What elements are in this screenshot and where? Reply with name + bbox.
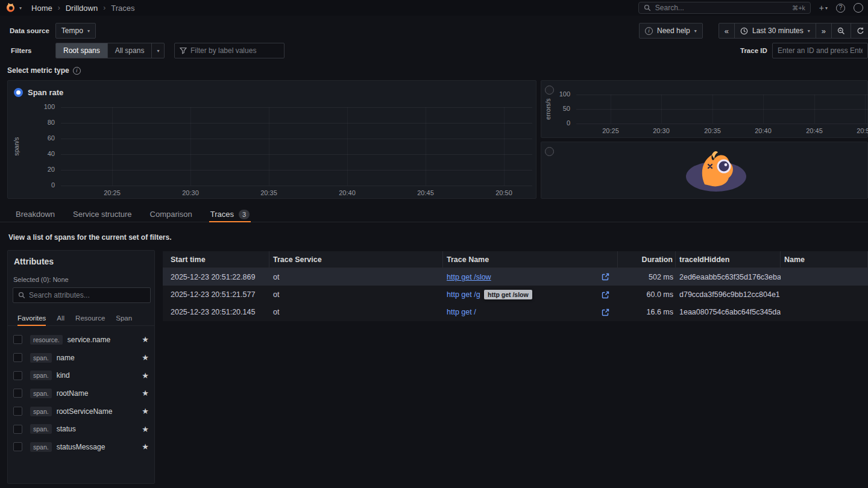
external-link-icon[interactable] xyxy=(602,291,609,299)
attribute-checkbox[interactable] xyxy=(13,425,22,434)
scope-badge: span. xyxy=(30,424,52,434)
favorite-star-icon[interactable]: ★ xyxy=(142,407,149,415)
trace-id-label: Trace ID xyxy=(740,43,767,58)
zoom-out-icon xyxy=(837,27,845,35)
attr-tab-span[interactable]: Span xyxy=(116,311,132,326)
trace-id-input[interactable] xyxy=(778,46,863,55)
new-menu-button[interactable]: +▾ xyxy=(819,3,828,13)
all-spans-option[interactable]: All spans xyxy=(108,43,153,58)
col-header-traceidhidden[interactable]: traceIdHidden xyxy=(676,251,781,267)
breadcrumb-home[interactable]: Home xyxy=(31,4,52,13)
cell-traceidhidden: 1eaa080754c6abc64f5c345da xyxy=(676,308,781,316)
nav-right: Search... ⌘+k +▾ ? xyxy=(638,2,863,14)
label-filter-input[interactable] xyxy=(190,46,279,55)
favorite-star-icon[interactable]: ★ xyxy=(142,354,149,361)
nav-left: ▾ Home › Drilldown › Traces xyxy=(5,2,134,13)
scope-badge: span. xyxy=(30,442,52,452)
attributes-search-input[interactable] xyxy=(29,291,145,299)
attribute-checkbox[interactable] xyxy=(13,407,22,416)
attr-tab-all[interactable]: All xyxy=(57,311,64,326)
tab-label: Breakdown xyxy=(16,210,55,219)
attribute-checkbox[interactable] xyxy=(13,442,22,451)
grot-mascot-icon xyxy=(682,147,748,197)
traces-count-badge: 3 xyxy=(239,210,250,219)
attribute-checkbox[interactable] xyxy=(13,371,22,380)
attr-tab-favorites[interactable]: Favorites xyxy=(17,311,46,326)
breadcrumb-traces[interactable]: Traces xyxy=(111,4,134,13)
time-range-back-button[interactable]: « xyxy=(719,23,735,39)
scope-badge: resource. xyxy=(30,335,63,345)
attribute-checkbox[interactable] xyxy=(13,389,22,398)
col-header-trace-name[interactable]: Trace Name xyxy=(443,251,618,267)
chevron-down-icon: ▾ xyxy=(157,48,159,54)
need-help-label: Need help xyxy=(657,27,690,35)
cell-trace-service: ot xyxy=(269,273,443,281)
top-nav: ▾ Home › Drilldown › Traces Search... ⌘+… xyxy=(0,0,868,16)
external-link-icon[interactable] xyxy=(602,273,609,281)
time-range-forward-button[interactable]: » xyxy=(816,23,832,39)
datasource-label: Data source xyxy=(10,27,49,34)
span-rate-option: Span rate xyxy=(14,88,63,97)
table-row: 2025-12-23 20:51:20.145 ot http get / 16… xyxy=(163,304,868,321)
tab-comparison[interactable]: Comparison xyxy=(149,207,193,222)
x-tick: 20:35 xyxy=(704,127,721,134)
table-header: Start time Trace Service Trace Name Dura… xyxy=(163,251,868,268)
refresh-button[interactable] xyxy=(851,23,868,39)
info-icon[interactable]: i xyxy=(73,67,81,75)
trace-name-link[interactable]: http get /slow xyxy=(447,273,491,281)
col-header-start-time[interactable]: Start time xyxy=(163,251,269,267)
breadcrumb-separator-icon: › xyxy=(58,4,60,12)
scope-badge: span. xyxy=(30,371,52,380)
col-header-trace-service[interactable]: Trace Service xyxy=(269,251,443,267)
traces-table: Start time Trace Service Trace Name Dura… xyxy=(163,251,868,321)
attr-tab-resource[interactable]: Resource xyxy=(75,311,105,326)
cell-trace-name: http get /slow xyxy=(443,273,618,281)
help-button[interactable]: ? xyxy=(836,4,845,13)
trace-name-link[interactable]: http get / xyxy=(447,308,476,316)
y-tick: 60 xyxy=(34,134,55,142)
favorite-star-icon[interactable]: ★ xyxy=(142,336,149,343)
datasource-select[interactable]: Tempo ▾ xyxy=(55,23,96,39)
chevron-down-icon: ▾ xyxy=(808,28,810,34)
duration-metric-radio[interactable] xyxy=(545,147,554,156)
error-rate-plot[interactable] xyxy=(576,95,868,124)
root-spans-option[interactable]: Root spans xyxy=(56,43,108,58)
clock-icon xyxy=(740,27,748,35)
favorite-star-icon[interactable]: ★ xyxy=(142,389,149,397)
attribute-checkbox[interactable] xyxy=(13,353,22,362)
y-tick: 0 xyxy=(34,181,55,189)
grafana-logo-icon[interactable] xyxy=(5,2,16,13)
list-item: span. rootServiceName ★ xyxy=(8,402,154,421)
tab-traces[interactable]: Traces 3 xyxy=(209,207,251,222)
profile-icon[interactable] xyxy=(854,3,863,13)
y-tick: 20 xyxy=(34,166,55,173)
attributes-search-field xyxy=(13,287,151,303)
scope-dropdown-button[interactable]: ▾ xyxy=(152,43,164,58)
zoom-out-button[interactable] xyxy=(831,23,851,39)
attribute-name: rootServiceName xyxy=(57,407,113,416)
time-range-label: Last 30 minutes xyxy=(752,27,804,35)
breadcrumb-drilldown[interactable]: Drilldown xyxy=(66,4,98,13)
attribute-checkbox[interactable] xyxy=(13,335,22,344)
tab-breakdown[interactable]: Breakdown xyxy=(14,207,56,222)
span-rate-radio[interactable] xyxy=(14,88,23,97)
col-header-duration[interactable]: Duration xyxy=(618,251,676,267)
scope-badge: span. xyxy=(30,389,52,398)
time-range-picker[interactable]: Last 30 minutes ▾ xyxy=(734,23,816,39)
favorite-star-icon[interactable]: ★ xyxy=(142,372,149,380)
need-help-button[interactable]: i Need help ▾ xyxy=(639,23,703,39)
tab-service-structure[interactable]: Service structure xyxy=(72,207,133,222)
trace-name-tooltip: http get /slow xyxy=(484,290,532,299)
list-item: resource. service.name ★ xyxy=(8,331,154,349)
search-input[interactable]: Search... ⌘+k xyxy=(638,2,811,14)
col-header-name[interactable]: Name xyxy=(781,251,868,267)
org-switcher-caret-icon[interactable]: ▾ xyxy=(19,5,22,11)
favorite-star-icon[interactable]: ★ xyxy=(142,425,149,433)
favorite-star-icon[interactable]: ★ xyxy=(142,443,149,451)
span-rate-panel: Span rate span/s 100 80 60 40 20 0 20:25… xyxy=(7,80,536,199)
external-link-icon[interactable] xyxy=(602,308,609,316)
time-picker-group: « Last 30 minutes ▾ » xyxy=(719,23,868,39)
trace-name-link[interactable]: http get /g xyxy=(447,290,480,299)
span-rate-plot[interactable] xyxy=(61,107,532,186)
table-row: 2025-12-23 20:51:22.869 ot http get /slo… xyxy=(163,268,868,286)
